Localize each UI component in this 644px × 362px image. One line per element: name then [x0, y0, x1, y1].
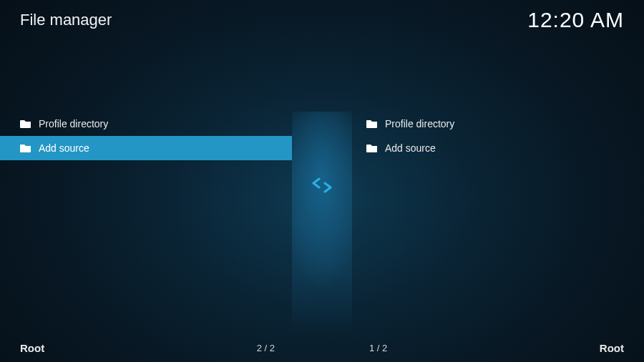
- folder-icon: [366, 119, 378, 129]
- folder-icon: [20, 143, 31, 153]
- list-item-label: Add source: [39, 142, 89, 154]
- list-item-label: Profile directory: [39, 118, 108, 129]
- list-item[interactable]: Profile directory: [352, 112, 644, 136]
- right-pane: Profile directory Add source: [352, 112, 644, 333]
- folder-icon: [366, 143, 378, 153]
- center-strip: [292, 112, 352, 333]
- header: File manager 12:20 AM: [0, 0, 644, 39]
- left-pane-footer: Root 2 / 2: [20, 342, 292, 354]
- list-item[interactable]: Add source: [352, 136, 644, 160]
- clock: 12:20 AM: [527, 8, 624, 32]
- folder-icon: [20, 119, 31, 129]
- footer: Root 2 / 2 1 / 2 Root: [0, 333, 644, 362]
- left-pane: Profile directory Add source: [0, 112, 292, 333]
- list-item[interactable]: Profile directory: [0, 112, 292, 136]
- transfer-arrows-icon: [310, 177, 334, 197]
- left-pane-count: 2 / 2: [257, 343, 275, 353]
- list-item-label: Add source: [385, 142, 436, 154]
- page-title: File manager: [20, 11, 112, 29]
- right-pane-count: 1 / 2: [369, 343, 387, 353]
- file-manager-panes: Profile directory Add source Profile dir…: [0, 112, 644, 333]
- left-pane-location: Root: [20, 342, 44, 354]
- right-pane-footer: 1 / 2 Root: [352, 342, 624, 354]
- list-item-label: Profile directory: [385, 118, 454, 129]
- list-item[interactable]: Add source: [0, 136, 292, 160]
- right-pane-location: Root: [600, 342, 624, 354]
